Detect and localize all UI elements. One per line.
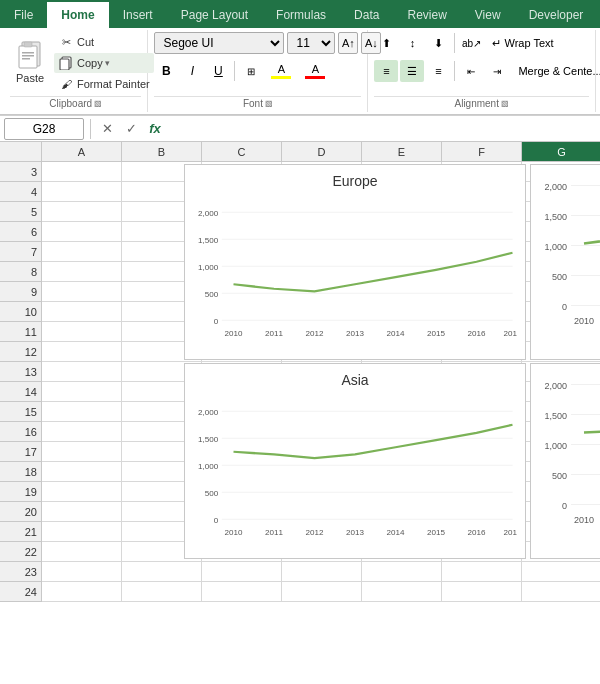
row-15[interactable]: 15 [0, 402, 42, 422]
row-16[interactable]: 16 [0, 422, 42, 442]
cell-A7[interactable] [42, 242, 122, 262]
align-bottom-button[interactable]: ⬇ [426, 32, 450, 54]
col-header-D[interactable]: D [282, 142, 362, 161]
row-9[interactable]: 9 [0, 282, 42, 302]
cell-A8[interactable] [42, 262, 122, 282]
row-22[interactable]: 22 [0, 542, 42, 562]
fill-color-button[interactable]: A [265, 60, 297, 82]
tab-page-layout[interactable]: Page Layout [167, 2, 262, 28]
cell-A18[interactable] [42, 462, 122, 482]
cell-A19[interactable] [42, 482, 122, 502]
borders-button[interactable]: ⊞ [239, 60, 263, 82]
cell-A22[interactable] [42, 542, 122, 562]
cell-A15[interactable] [42, 402, 122, 422]
font-size-select[interactable]: 11 [287, 32, 335, 54]
tab-data[interactable]: Data [340, 2, 393, 28]
cell-A10[interactable] [42, 302, 122, 322]
cell-A4[interactable] [42, 182, 122, 202]
insert-function-button[interactable]: fx [145, 119, 165, 139]
row-5[interactable]: 5 [0, 202, 42, 222]
copy-button[interactable]: Copy ▾ [54, 53, 154, 73]
align-middle-button[interactable]: ↕ [400, 32, 424, 54]
row-13[interactable]: 13 [0, 362, 42, 382]
font-expand-icon[interactable]: ▧ [265, 99, 273, 108]
row-21[interactable]: 21 [0, 522, 42, 542]
cell-A5[interactable] [42, 202, 122, 222]
align-right-button[interactable]: ≡ [426, 60, 450, 82]
row-24[interactable]: 24 [0, 582, 42, 602]
cell-A23[interactable] [42, 562, 122, 582]
cell-A12[interactable] [42, 342, 122, 362]
font-color-button[interactable]: A [299, 60, 331, 82]
align-center-button[interactable]: ☰ [400, 60, 424, 82]
formula-input[interactable] [169, 118, 596, 140]
cell-B24[interactable] [122, 582, 202, 602]
italic-button[interactable]: I [180, 60, 204, 82]
increase-indent-button[interactable]: ⇥ [485, 60, 509, 82]
cell-C24[interactable] [202, 582, 282, 602]
cell-D24[interactable] [282, 582, 362, 602]
cell-A3[interactable] [42, 162, 122, 182]
bold-button[interactable]: B [154, 60, 178, 82]
decrease-indent-button[interactable]: ⇤ [459, 60, 483, 82]
cell-A24[interactable] [42, 582, 122, 602]
row-7[interactable]: 7 [0, 242, 42, 262]
row-18[interactable]: 18 [0, 462, 42, 482]
align-top-button[interactable]: ⬆ [374, 32, 398, 54]
merge-center-button[interactable]: Merge & Cente... ▾ [511, 60, 600, 82]
row-3[interactable]: 3 [0, 162, 42, 182]
increase-font-button[interactable]: A↑ [338, 32, 358, 54]
cell-G23[interactable] [522, 562, 600, 582]
font-face-select[interactable]: Segoe UI [154, 32, 284, 54]
cell-G24[interactable] [522, 582, 600, 602]
cell-E24[interactable] [362, 582, 442, 602]
confirm-formula-button[interactable]: ✓ [121, 119, 141, 139]
cell-A6[interactable] [42, 222, 122, 242]
row-6[interactable]: 6 [0, 222, 42, 242]
cell-A9[interactable] [42, 282, 122, 302]
cell-A13[interactable] [42, 362, 122, 382]
row-8[interactable]: 8 [0, 262, 42, 282]
cell-A11[interactable] [42, 322, 122, 342]
tab-file[interactable]: File [0, 2, 47, 28]
row-10[interactable]: 10 [0, 302, 42, 322]
wrap-text-button[interactable]: ↵ Wrap Text [485, 32, 560, 54]
row-12[interactable]: 12 [0, 342, 42, 362]
row-23[interactable]: 23 [0, 562, 42, 582]
orientation-button[interactable]: ab↗ [459, 32, 483, 54]
row-17[interactable]: 17 [0, 442, 42, 462]
format-painter-button[interactable]: 🖌 Format Painter [54, 74, 154, 94]
cell-E23[interactable] [362, 562, 442, 582]
row-4[interactable]: 4 [0, 182, 42, 202]
cell-B23[interactable] [122, 562, 202, 582]
cell-F24[interactable] [442, 582, 522, 602]
paste-button[interactable]: Paste [10, 32, 50, 88]
align-left-button[interactable]: ≡ [374, 60, 398, 82]
cell-A21[interactable] [42, 522, 122, 542]
tab-insert[interactable]: Insert [109, 2, 167, 28]
row-20[interactable]: 20 [0, 502, 42, 522]
row-11[interactable]: 11 [0, 322, 42, 342]
alignment-expand-icon[interactable]: ▧ [501, 99, 509, 108]
cell-A16[interactable] [42, 422, 122, 442]
tab-home[interactable]: Home [47, 2, 108, 28]
col-header-B[interactable]: B [122, 142, 202, 161]
cut-button[interactable]: ✂ Cut [54, 32, 154, 52]
cell-C23[interactable] [202, 562, 282, 582]
col-header-G[interactable]: G [522, 142, 600, 161]
tab-developer[interactable]: Developer [515, 2, 598, 28]
col-header-F[interactable]: F [442, 142, 522, 161]
cell-F23[interactable] [442, 562, 522, 582]
cell-A20[interactable] [42, 502, 122, 522]
cell-A14[interactable] [42, 382, 122, 402]
underline-button[interactable]: U [206, 60, 230, 82]
col-header-C[interactable]: C [202, 142, 282, 161]
cell-D23[interactable] [282, 562, 362, 582]
row-14[interactable]: 14 [0, 382, 42, 402]
cell-A17[interactable] [42, 442, 122, 462]
cell-reference-input[interactable] [4, 118, 84, 140]
clipboard-expand-icon[interactable]: ▧ [94, 99, 102, 108]
row-19[interactable]: 19 [0, 482, 42, 502]
tab-view[interactable]: View [461, 2, 515, 28]
tab-formulas[interactable]: Formulas [262, 2, 340, 28]
